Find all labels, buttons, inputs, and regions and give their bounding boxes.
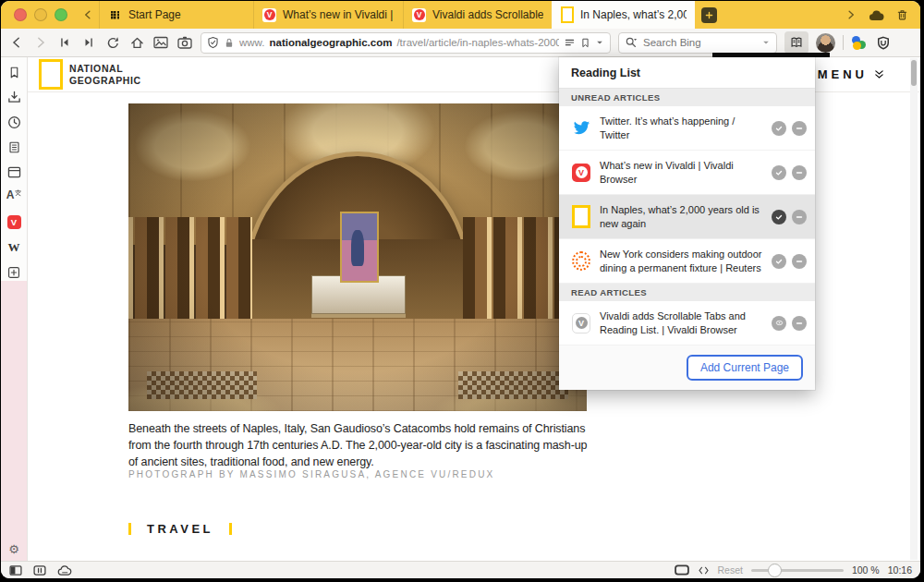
tab-start-page[interactable]: Start Page — [99, 1, 253, 29]
reading-list-item-vivaldi-read[interactable]: V Vivaldi adds Scrollable Tabs and Readi… — [559, 301, 815, 346]
tab-whats-new-vivaldi[interactable]: V What’s new in Vivaldi | Viva — [253, 1, 403, 29]
forward-icon[interactable] — [32, 35, 49, 51]
natgeo-menu-button[interactable]: MENU — [818, 67, 885, 81]
page-actions-code-icon[interactable] — [698, 565, 710, 576]
vivaldi-webpanel-icon[interactable]: V — [6, 214, 22, 230]
tab-vivaldi-scrollable[interactable]: V Vivaldi adds Scrollable Tab — [403, 1, 552, 29]
remove-item-button[interactable] — [792, 121, 807, 136]
toolbar-separator — [843, 35, 844, 50]
scrollbar-thumb[interactable] — [911, 60, 917, 86]
url-www: www. — [239, 37, 264, 48]
toggle-panel-icon[interactable] — [9, 565, 22, 576]
unread-articles-header: UNREAD ARTICLES — [559, 89, 815, 106]
url-dropdown-chevron-icon[interactable] — [595, 38, 604, 47]
settings-gear-icon[interactable]: ⚙ — [1, 542, 27, 556]
tab-in-naples-active[interactable]: In Naples, what’s 2,000 ye — [552, 1, 695, 29]
page-scrollbar[interactable] — [910, 58, 918, 560]
search-engine-icon[interactable] — [625, 36, 638, 49]
vivaldi-icon: V — [572, 164, 590, 182]
browser-window: Start Page V What’s new in Vivaldi | Viv… — [1, 1, 920, 578]
remove-item-button[interactable] — [792, 316, 807, 331]
tracker-shield-icon[interactable] — [207, 36, 219, 49]
tab-label: What’s new in Vivaldi | Viva — [283, 8, 395, 21]
reading-list-item-naples-current[interactable]: In Naples, what’s 2,000 years old is new… — [559, 195, 815, 239]
sync-cloud-icon[interactable] — [57, 565, 72, 576]
tab-scroll-left-icon[interactable] — [77, 1, 99, 29]
mark-read-button-active[interactable] — [772, 210, 786, 224]
back-icon[interactable] — [8, 35, 25, 51]
fast-forward-icon[interactable] — [80, 35, 97, 51]
reading-list-panel: Reading List UNREAD ARTICLES Twitter. It… — [559, 57, 815, 390]
sidebar-lower-area — [1, 281, 27, 561]
notes-panel-icon[interactable] — [6, 139, 22, 155]
remove-item-button[interactable] — [792, 254, 807, 269]
read-articles-header: READ ARTICLES — [559, 284, 815, 301]
item-title: Vivaldi adds Scrollable Tabs and Reading… — [600, 309, 762, 336]
reuters-icon — [572, 252, 590, 271]
vivaldi-favicon: V — [262, 8, 276, 22]
mark-read-button[interactable] — [772, 121, 786, 136]
translate-panel-icon[interactable]: A — [6, 189, 22, 205]
natgeo-frame-icon — [39, 59, 63, 90]
search-dropdown-chevron-icon[interactable] — [761, 38, 771, 47]
image-caption: Beneath the streets of Naples, Italy, Sa… — [128, 421, 595, 470]
bookmarks-panel-icon[interactable] — [6, 65, 22, 80]
capture-page-icon[interactable] — [176, 35, 193, 51]
reload-icon[interactable] — [104, 35, 121, 51]
item-title: Twitter. It’s what’s happening / Twitter — [600, 115, 762, 141]
extension-icon[interactable] — [851, 35, 868, 51]
synced-tabs-cloud-icon[interactable] — [869, 9, 884, 21]
new-tab-button[interactable] — [701, 7, 717, 23]
window-panel-icon[interactable] — [6, 164, 22, 180]
tab-label: Start Page — [128, 8, 181, 21]
reading-list-item-reuters[interactable]: New York considers making outdoor dining… — [559, 239, 815, 284]
zoom-reset-label[interactable]: Reset — [718, 564, 743, 576]
vivaldi-favicon: V — [412, 8, 426, 22]
reading-list-item-twitter[interactable]: Twitter. It’s what’s happening / Twitter — [559, 106, 815, 151]
tab-scroll-right-icon[interactable] — [845, 9, 857, 20]
zoom-window-button[interactable] — [55, 8, 67, 21]
profile-avatar[interactable] — [816, 33, 835, 53]
item-title: What’s new in Vivaldi | Vivaldi Browser — [600, 159, 762, 186]
reader-view-icon[interactable] — [564, 37, 576, 48]
mark-read-button[interactable] — [772, 254, 786, 269]
reading-list-item-vivaldi-new[interactable]: V What’s new in Vivaldi | Vivaldi Browse… — [559, 151, 815, 195]
item-title: In Naples, what’s 2,000 years old is new… — [600, 203, 762, 230]
reading-list-footer: Add Current Page — [559, 346, 815, 390]
zoom-slider[interactable] — [751, 569, 844, 572]
reading-list-title: Reading List — [559, 57, 815, 89]
mark-read-button[interactable] — [772, 165, 786, 180]
mark-unread-eye-button[interactable] — [772, 316, 786, 331]
window-controls — [1, 1, 77, 29]
url-field[interactable]: www.nationalgeographic.com/travel/articl… — [201, 32, 611, 54]
photo-credit: PHOTOGRAPH BY MASSIMO SIRAGUSA, AGENCE V… — [128, 469, 494, 479]
add-current-page-button[interactable]: Add Current Page — [687, 355, 803, 381]
reading-list-anchor-bar — [712, 53, 830, 57]
wikipedia-webpanel-icon[interactable]: W — [6, 239, 22, 255]
downloads-panel-icon[interactable] — [6, 90, 22, 105]
bookmark-page-icon[interactable] — [580, 37, 590, 49]
screen-capture-icon[interactable] — [675, 564, 689, 576]
natgeo-favicon — [560, 8, 574, 22]
zoom-slider-knob[interactable] — [768, 564, 782, 577]
tab-tiling-icon[interactable] — [33, 565, 46, 576]
item-title: New York considers making outdoor dining… — [600, 248, 762, 274]
reading-list-button[interactable] — [784, 31, 808, 54]
minimize-window-button[interactable] — [34, 8, 47, 21]
close-window-button[interactable] — [14, 8, 27, 21]
search-field[interactable] — [618, 32, 777, 54]
shield-extension-icon[interactable] — [875, 35, 892, 51]
natgeo-icon — [572, 208, 590, 226]
clock: 10:16 — [888, 564, 912, 576]
remove-item-button[interactable] — [792, 210, 807, 224]
natgeo-logo[interactable]: NATIONALGEOGRAPHIC — [39, 59, 141, 90]
rewind-icon[interactable] — [56, 35, 73, 51]
images-toggle-icon[interactable] — [152, 35, 169, 51]
trash-closed-tabs-icon[interactable] — [896, 8, 908, 21]
remove-item-button[interactable] — [792, 165, 807, 180]
history-panel-icon[interactable] — [6, 115, 22, 130]
home-icon[interactable] — [128, 35, 145, 51]
add-webpanel-icon[interactable] — [6, 264, 22, 280]
search-input[interactable] — [641, 36, 758, 49]
yellow-bar-icon — [128, 523, 131, 535]
